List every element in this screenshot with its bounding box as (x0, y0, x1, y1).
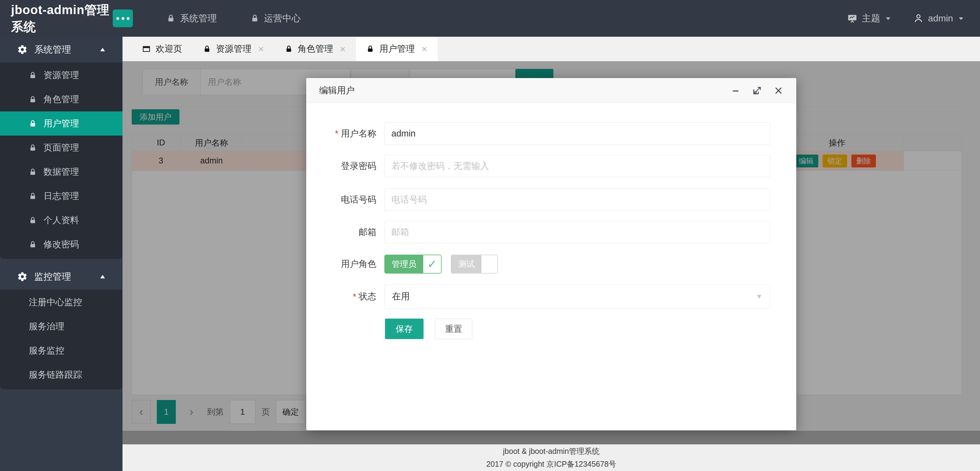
topbar-right: 主题 admin (847, 12, 980, 25)
tab-label: 角色管理 (298, 43, 333, 55)
buttons-spacer (306, 319, 384, 339)
sidebar-item-label: 角色管理 (43, 94, 79, 106)
password-label: 登录密码 (306, 155, 384, 177)
password-field[interactable] (384, 155, 770, 177)
close-icon[interactable]: × (340, 43, 346, 55)
footer: jboot & jboot-admin管理系统 2017 © copyright… (123, 444, 980, 471)
topnav-item-system[interactable]: 系统管理 (167, 12, 217, 25)
phone-field[interactable] (384, 189, 770, 211)
theme-dropdown[interactable]: 主题 (847, 12, 892, 25)
close-icon[interactable]: × (422, 43, 427, 55)
sidebar-item-label: 页面管理 (43, 142, 79, 154)
sidebar-item-service-governance[interactable]: 服务治理 (0, 314, 123, 338)
edit-user-modal: 编辑用户 * (306, 78, 796, 430)
sidebar-item-registry-monitor[interactable]: 注册中心监控 (0, 290, 123, 314)
sidebar-item-data[interactable]: 数据管理 (0, 160, 123, 184)
email-field[interactable] (384, 221, 770, 243)
status-value: 在用 (392, 290, 410, 303)
username-field[interactable] (384, 122, 770, 145)
chevron-down-icon (957, 15, 965, 22)
save-button[interactable]: 保存 (385, 319, 423, 339)
sidebar-item-label: 资源管理 (43, 69, 79, 81)
sidebar-toggle-button[interactable] (113, 10, 133, 27)
lock-icon (29, 168, 37, 176)
user-dropdown[interactable]: admin (913, 13, 965, 24)
required-asterisk: * (353, 292, 356, 302)
form-row-status: * 状态 在用 ▼ (306, 285, 796, 309)
tab-welcome[interactable]: 欢迎页 (132, 37, 192, 61)
tab-resources[interactable]: 资源管理 × (192, 37, 274, 61)
sidebar-item-roles[interactable]: 角色管理 (0, 87, 123, 111)
tab-label: 欢迎页 (156, 43, 182, 55)
lock-icon (29, 120, 37, 128)
role-test-toggle[interactable]: 测试 (451, 255, 498, 274)
footer-line1: jboot & jboot-admin管理系统 (503, 446, 599, 456)
close-icon[interactable]: × (258, 43, 264, 55)
sidebar-section-monitor[interactable]: 监控管理 (0, 264, 123, 290)
sidebar-item-label: 数据管理 (43, 166, 79, 178)
close-icon[interactable] (773, 86, 783, 95)
reset-button[interactable]: 重置 (435, 319, 472, 339)
chevron-down-icon (885, 15, 892, 22)
top-nav: 系统管理 运营中心 (167, 12, 301, 25)
sidebar-item-label: 日志管理 (43, 190, 79, 202)
sidebar-item-service-monitor[interactable]: 服务监控 (0, 338, 123, 363)
status-select[interactable]: 在用 ▼ (384, 285, 770, 309)
sidebar: 系统管理 资源管理 角色管理 用户管理 页面管理 数据管理 日志管理 (0, 37, 123, 471)
lock-icon (167, 14, 175, 23)
content-area: 用户名称 电话号码 添加用户 ID 用户名称 电话号码 操作 (123, 61, 980, 444)
gear-icon (17, 271, 27, 282)
section-label: 系统管理 (34, 43, 71, 56)
sidebar-item-label: 用户管理 (43, 117, 79, 130)
sidebar-item-profile[interactable]: 个人资料 (0, 208, 123, 232)
lock-icon (366, 45, 374, 53)
topnav-item-operations[interactable]: 运营中心 (250, 12, 301, 25)
app-title: jboot-admin管理系统 (0, 2, 113, 35)
footer-line2: 2017 © copyright 京ICP备12345678号 (486, 459, 616, 469)
lock-icon (285, 45, 293, 53)
gear-icon (17, 44, 27, 55)
minimize-icon[interactable] (731, 86, 740, 95)
theme-label: 主题 (862, 12, 880, 25)
lock-icon (29, 192, 37, 200)
sidebar-item-label: 个人资料 (43, 214, 79, 227)
sidebar-item-label: 注册中心监控 (29, 296, 82, 309)
sidebar-submenu-system: 资源管理 角色管理 用户管理 页面管理 数据管理 日志管理 个人资料 修改密码 (0, 62, 123, 259)
form-row-username: * 用户名称 (306, 122, 796, 145)
section-label: 监控管理 (34, 271, 71, 283)
roles-label: 用户角色 (306, 254, 384, 274)
collapse-up-icon (99, 46, 107, 54)
tab-label: 资源管理 (216, 43, 251, 55)
main-area: 欢迎页 资源管理 × 角色管理 × 用户管理 × 用户名称 电话号码 (123, 37, 980, 444)
collapse-up-icon (99, 273, 107, 281)
role-label: 管理员 (385, 255, 423, 273)
user-icon (913, 13, 924, 24)
sidebar-item-service-tracing[interactable]: 服务链路跟踪 (0, 363, 123, 387)
check-icon: ✓ (423, 255, 441, 273)
lock-icon (29, 144, 37, 152)
role-admin-toggle[interactable]: 管理员 ✓ (384, 255, 442, 274)
sidebar-item-users[interactable]: 用户管理 (0, 111, 123, 136)
status-label: * 状态 (306, 285, 384, 309)
sidebar-item-logs[interactable]: 日志管理 (0, 184, 123, 208)
modal-title: 编辑用户 (319, 84, 355, 97)
sidebar-item-label: 修改密码 (43, 238, 79, 251)
phone-label: 电话号码 (306, 189, 384, 211)
topnav-label: 运营中心 (264, 12, 301, 25)
role-label: 测试 (452, 255, 481, 273)
sidebar-item-resources[interactable]: 资源管理 (0, 63, 123, 87)
form-row-roles: 用户角色 管理员 ✓ 测试 (306, 254, 796, 274)
theme-board-icon (847, 13, 858, 24)
tab-users[interactable]: 用户管理 × (356, 37, 438, 61)
sidebar-section-system[interactable]: 系统管理 (0, 37, 123, 62)
sidebar-item-change-password[interactable]: 修改密码 (0, 232, 123, 257)
maximize-icon[interactable] (752, 86, 762, 95)
username-label: admin (928, 13, 953, 24)
sidebar-item-pages[interactable]: 页面管理 (0, 136, 123, 160)
tab-roles[interactable]: 角色管理 × (274, 37, 356, 61)
chevron-down-icon: ▼ (756, 293, 762, 301)
sidebar-item-label: 服务治理 (29, 320, 64, 333)
lock-icon (29, 241, 37, 249)
sidebar-item-label: 服务监控 (29, 345, 64, 357)
tabbar: 欢迎页 资源管理 × 角色管理 × 用户管理 × (123, 37, 980, 61)
